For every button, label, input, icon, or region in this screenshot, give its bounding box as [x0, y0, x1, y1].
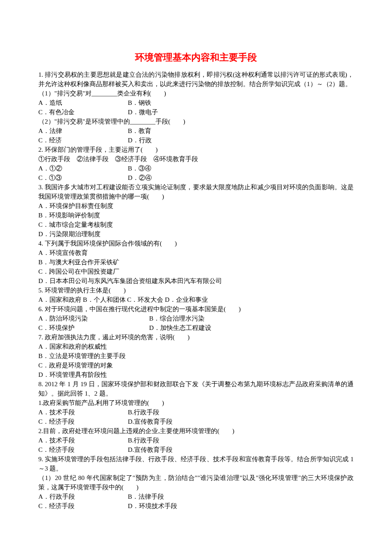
options: C．有色冶金 D．微电子 — [38, 107, 354, 117]
q-num: 4. — [38, 240, 43, 247]
document-body: 1. 排污交易权的主要思想就是建立合法的污染物排放权利，即排污权(这种权利通常以… — [38, 70, 354, 511]
options: C．①③ D．②④ — [38, 173, 354, 182]
question-8-2: 2.目前，政府处理在环境问题上违规的企业,主要使用环境管理的( ) — [38, 426, 354, 436]
option-a: A．环境保护目标责任制度 — [38, 201, 354, 211]
option-a: A．技术手段 — [38, 408, 128, 417]
question-5: 5. 环境管理的执行主体是( ) — [38, 286, 354, 295]
option-d: D．微电子 — [128, 107, 158, 117]
option-c: C．环境保护 — [38, 323, 149, 332]
option-a: A．防治环境污染 — [38, 314, 149, 323]
option-d: D.宣传教育手段 — [128, 445, 173, 454]
option-c: C．城市综合定量考核制度 — [38, 220, 354, 229]
q-stem: 对于环境问题，中国在推行现代化进程中制定的一项基本国策是( ) — [45, 306, 241, 312]
option-a: A．法律 — [38, 126, 128, 136]
options: A．行政手段 B．法律手段 — [38, 492, 354, 501]
question-1-2: （2）"排污交易"是环境管理中的________手段( ) — [38, 117, 354, 126]
q-stem: 我国许多大城市对工程建设能否立项实施论证制度，要求最大限度地防止和减少项目对环境… — [38, 184, 354, 200]
document-page: 环境管理基本内容和主要手段 1. 排污交易权的主要思想就是建立合法的污染物排放权… — [0, 0, 392, 555]
option-b: B．教育 — [128, 126, 151, 136]
options: A．法律 B．教育 — [38, 126, 354, 136]
option-b: B．钢铁 — [128, 98, 151, 107]
option-c: C．经济手段 — [38, 445, 128, 454]
question-6: 6. 对于环境问题，中国在推行现代化进程中制定的一项基本国策是( ) — [38, 304, 354, 314]
option-d: D．行政 — [128, 136, 152, 145]
option-a: A．行政手段 — [38, 492, 128, 501]
q-num: 5. — [38, 287, 43, 294]
option-d: D．日本本田公司与东风汽车集团合资组建东风本田汽车有限公司 — [38, 276, 354, 286]
option-d: D．环境管理具有阶段性 — [38, 370, 354, 379]
q-num: 8. — [38, 381, 43, 387]
question-1-1: （1）"排污交易"对________类企业有利( ) — [38, 89, 354, 98]
options: A．造纸 B．钢铁 — [38, 98, 354, 107]
options: A．技术手段 B.行政手段 — [38, 436, 354, 445]
option-b: B．立法是环境管理的主要手段 — [38, 351, 354, 361]
options: C．环境保护 D．加快生态工程建设 — [38, 323, 354, 332]
question-8: 8. 2012 年 1 月 19 日，国家环境保护部和财政部联合下发《关于调整公… — [38, 379, 354, 398]
option-a: A．国家和政府的权威性 — [38, 342, 354, 351]
options: C．经济手段 D.宣传教育手段 — [38, 445, 354, 454]
option-b: B．综合治理水污染 — [149, 314, 205, 323]
option-a: A．①② — [38, 164, 128, 173]
option-d: D.宣传教育手段 — [128, 417, 173, 426]
q-num: 7. — [38, 334, 43, 341]
question-4: 4. 下列属于我国环境保护国际合作领域的有( ) — [38, 239, 354, 248]
option-b: B．与澳大利亚合作开采铁矿 — [38, 257, 354, 267]
option-c: C．跨国公司在中国投资建厂 — [38, 267, 354, 276]
option-d: D．污染限期治理制度 — [38, 229, 354, 239]
option-c: C．政府是环境管理的对象 — [38, 361, 354, 370]
option-c: C．经济 — [38, 136, 128, 145]
q-stem: 下列属于我国环境保护国际合作领域的有( ) — [45, 240, 177, 247]
q-num: 2. — [38, 146, 43, 153]
question-2: 2. 环保部门的管理手段，主要运用了( ) — [38, 145, 354, 154]
q-stem: 政府加强执法力度，遏止对环境的危害，说明( ) — [45, 334, 190, 341]
options: C．经济手段 D.宣传教育手段 — [38, 417, 354, 426]
q-num: 1. — [38, 71, 43, 78]
q-stem: 排污交易权的主要思想就是建立合法的污染物排放权利，即排污权(这种权利通常以排污许… — [38, 71, 354, 87]
option-d: D．加快生态工程建设 — [149, 323, 211, 332]
q-num: 9. — [38, 456, 43, 462]
q-stem: 2012 年 1 月 19 日，国家环境保护部和财政部联合下发《关于调整公布第九… — [38, 381, 354, 397]
q-num: 3. — [38, 184, 43, 191]
option-b: B.行政手段 — [128, 408, 159, 417]
options: C．经济手段 D．环境技术手段 — [38, 501, 354, 511]
option-c: C．有色冶金 — [38, 107, 128, 117]
question-8-1: 1.政府采购节能产品,利用了环境管理的( ) — [38, 398, 354, 408]
option-c: C．经济手段 — [38, 501, 128, 511]
option-b: B．环境影响评价制度 — [38, 211, 354, 220]
q-stem: 实施环境管理的手段包括法律手段、行政手段、经济手段、技术手段和宣传教育手段等。结… — [38, 456, 354, 472]
question-9: 9. 实施环境管理的手段包括法律手段、行政手段、经济手段、技术手段和宣传教育手段… — [38, 454, 354, 473]
options: A．国家和政府 B．个人和团体 C．环发大会 D．企业和事业 — [38, 295, 354, 304]
option-b: B．③④ — [128, 164, 151, 173]
q-stem: 环境管理的执行主体是( ) — [45, 287, 126, 294]
question-7: 7. 政府加强执法力度，遏止对环境的危害，说明( ) — [38, 332, 354, 342]
option-c: C．经济手段 — [38, 417, 128, 426]
page-title: 环境管理基本内容和主要手段 — [38, 51, 354, 64]
option-b: B.行政手段 — [128, 436, 159, 445]
option-a: A．技术手段 — [38, 436, 128, 445]
options: A．①② B．③④ — [38, 164, 354, 173]
q-num: 6. — [38, 306, 43, 312]
option-d: D．环境技术手段 — [128, 501, 177, 511]
question-2-line: ①行政手段 ②法律手段 ③经济手段 ④环境教育手段 — [38, 154, 354, 164]
option-b: B．法律手段 — [128, 492, 164, 501]
options: A．技术手段 B.行政手段 — [38, 408, 354, 417]
options: C．经济 D．行政 — [38, 136, 354, 145]
option-a: A．环境宣传教育 — [38, 248, 354, 257]
q-stem: 环保部门的管理手段，主要运用了( ) — [45, 146, 158, 153]
option-c: C．①③ — [38, 173, 128, 182]
question-3: 3. 我国许多大城市对工程建设能否立项实施论证制度，要求最大限度地防止和减少项目… — [38, 182, 354, 201]
option-d: D．②④ — [128, 173, 152, 182]
option-a: A．造纸 — [38, 98, 128, 107]
question-1: 1. 排污交易权的主要思想就是建立合法的污染物排放权利，即排污权(这种权利通常以… — [38, 70, 354, 89]
question-9-1: （1）20 世纪 80 年代国家制定了"预防为主，防治结合""谁污染谁治理"以及… — [38, 473, 354, 492]
options: A．防治环境污染 B．综合治理水污染 — [38, 314, 354, 323]
